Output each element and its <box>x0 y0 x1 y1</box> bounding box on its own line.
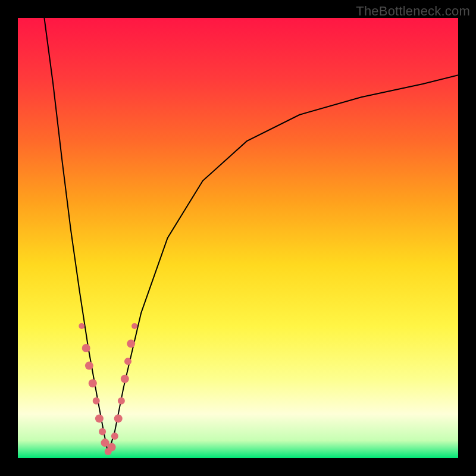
plot-area <box>18 18 458 458</box>
watermark-text: TheBottleneck.com <box>356 4 470 19</box>
sample-point <box>118 397 125 405</box>
sample-point <box>79 323 84 329</box>
gradient-background <box>18 18 458 458</box>
sample-point <box>111 433 118 440</box>
sample-point <box>108 443 116 452</box>
sample-point <box>114 414 123 422</box>
sample-point <box>127 340 135 348</box>
sample-point <box>131 323 137 329</box>
sample-point <box>95 414 104 422</box>
sample-point <box>93 397 100 405</box>
chart-frame: TheBottleneck.com <box>0 0 476 476</box>
sample-point <box>85 362 93 370</box>
chart-svg <box>18 18 458 458</box>
sample-point <box>99 428 106 436</box>
sample-point <box>82 344 90 352</box>
sample-point <box>89 379 97 387</box>
sample-point <box>124 358 131 365</box>
sample-point <box>121 375 129 383</box>
